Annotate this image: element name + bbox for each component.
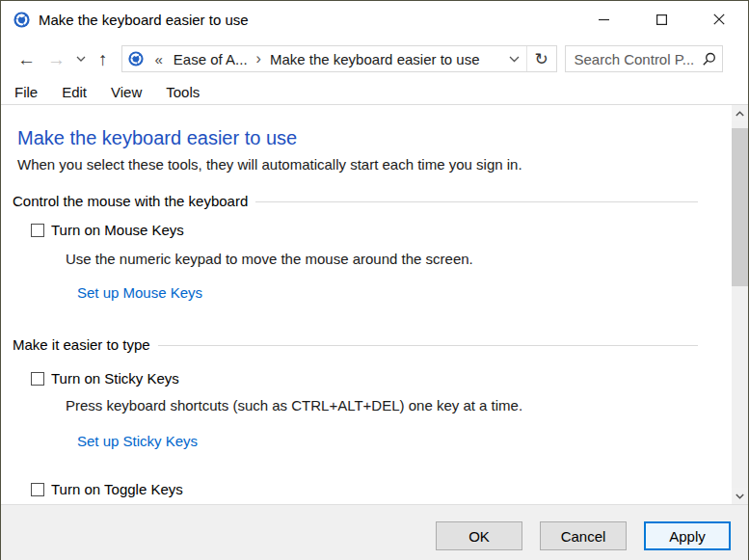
menu-bar: File Edit View Tools xyxy=(1,80,748,105)
checkbox-turn-on-sticky-keys[interactable]: Turn on Sticky Keys xyxy=(31,370,179,387)
up-arrow-icon[interactable]: ↑ xyxy=(93,50,114,68)
minimize-icon xyxy=(599,14,609,25)
back-arrow-icon[interactable]: ← xyxy=(12,50,41,68)
menu-view[interactable]: View xyxy=(111,84,142,100)
title-bar: Make the keyboard easier to use xyxy=(1,1,748,38)
ease-of-access-icon xyxy=(13,12,30,28)
close-button[interactable] xyxy=(690,1,748,38)
page-subtitle: When you select these tools, they will a… xyxy=(17,156,522,173)
recent-pages-chevron-icon[interactable] xyxy=(71,56,91,62)
forward-arrow-icon[interactable]: → xyxy=(41,50,71,68)
section-rule xyxy=(158,345,698,346)
breadcrumb-overflow[interactable]: « xyxy=(150,51,168,67)
search-box[interactable] xyxy=(565,45,723,72)
ease-of-access-icon xyxy=(128,51,144,67)
checkbox-label[interactable]: Turn on Sticky Keys xyxy=(51,370,179,387)
set-up-mouse-keys-link[interactable]: Set up Mouse Keys xyxy=(77,284,202,301)
section-header-type: Make it easier to type xyxy=(13,336,698,353)
address-dropdown-chevron-icon[interactable] xyxy=(502,46,526,71)
checkbox-label[interactable]: Turn on Toggle Keys xyxy=(51,481,183,497)
address-bar[interactable]: « Ease of A... › Make the keyboard easie… xyxy=(121,45,557,72)
checkbox-box[interactable] xyxy=(31,372,44,386)
cancel-button[interactable]: Cancel xyxy=(540,521,627,550)
menu-tools[interactable]: Tools xyxy=(166,84,200,100)
scrollbar-thumb[interactable] xyxy=(732,128,748,286)
checkbox-box[interactable] xyxy=(31,483,44,496)
mouse-keys-description: Use the numeric keypad to move the mouse… xyxy=(66,251,473,267)
navigation-bar: ← → ↑ « Ease of A... › Make the keyboard… xyxy=(1,38,748,80)
vertical-scrollbar[interactable] xyxy=(732,105,748,504)
scroll-down-button[interactable] xyxy=(732,488,748,504)
search-input[interactable] xyxy=(575,51,698,67)
section-title: Make it easier to type xyxy=(13,336,150,353)
apply-button[interactable]: Apply xyxy=(644,521,731,550)
menu-edit[interactable]: Edit xyxy=(62,84,87,100)
window-controls xyxy=(575,1,748,38)
maximize-icon xyxy=(656,14,667,25)
window-title: Make the keyboard easier to use xyxy=(39,12,249,28)
refresh-icon[interactable]: ↻ xyxy=(527,46,556,71)
close-icon xyxy=(713,13,725,25)
checkbox-turn-on-toggle-keys[interactable]: Turn on Toggle Keys xyxy=(31,481,183,497)
chevron-down-icon xyxy=(736,493,744,499)
set-up-sticky-keys-link[interactable]: Set up Sticky Keys xyxy=(77,433,198,449)
scroll-up-button[interactable] xyxy=(732,105,748,121)
section-rule xyxy=(255,201,698,202)
maximize-button[interactable] xyxy=(632,1,690,38)
checkbox-box[interactable] xyxy=(31,224,44,237)
page-title: Make the keyboard easier to use xyxy=(17,127,297,149)
section-header-mouse: Control the mouse with the keyboard xyxy=(13,193,698,209)
breadcrumb-item-current[interactable]: Make the keyboard easier to use xyxy=(264,51,486,67)
button-bar: OK Cancel Apply xyxy=(1,504,748,560)
section-title: Control the mouse with the keyboard xyxy=(13,193,248,209)
sticky-keys-description: Press keyboard shortcuts (such as CTRL+A… xyxy=(66,397,522,413)
checkbox-turn-on-mouse-keys[interactable]: Turn on Mouse Keys xyxy=(31,222,184,238)
search-icon[interactable] xyxy=(702,52,716,67)
breadcrumb-separator-icon[interactable]: › xyxy=(254,50,264,67)
control-panel-window: Make the keyboard easier to use ← → ↑ xyxy=(0,0,749,560)
breadcrumb-item-ease-of-access[interactable]: Ease of A... xyxy=(168,51,254,67)
minimize-button[interactable] xyxy=(575,1,632,38)
ok-button[interactable]: OK xyxy=(436,521,522,550)
chevron-up-icon xyxy=(736,111,744,117)
menu-file[interactable]: File xyxy=(14,84,38,100)
content-area: Make the keyboard easier to use When you… xyxy=(2,105,748,504)
checkbox-label[interactable]: Turn on Mouse Keys xyxy=(51,222,184,238)
